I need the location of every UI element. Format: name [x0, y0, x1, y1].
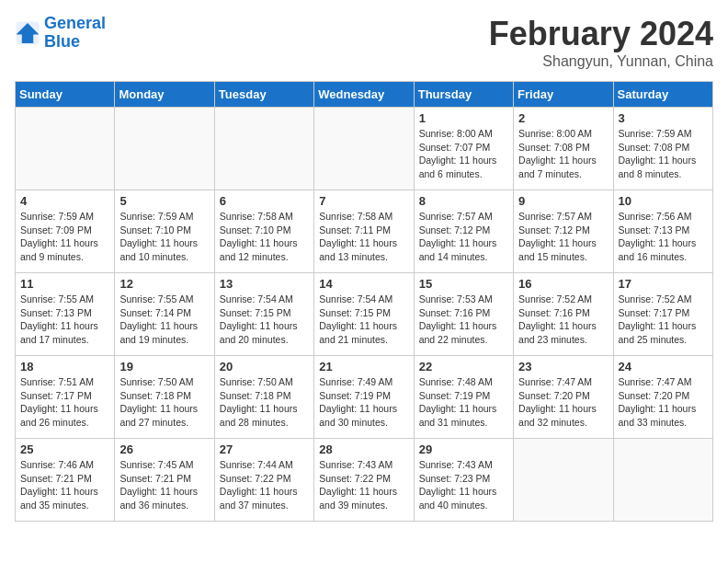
day-info: Sunrise: 7:50 AM Sunset: 7:18 PM Dayligh… [119, 375, 209, 430]
calendar-cell: 14Sunrise: 7:54 AM Sunset: 7:15 PM Dayli… [314, 273, 414, 356]
day-number: 7 [319, 194, 408, 208]
day-info: Sunrise: 7:58 AM Sunset: 7:10 PM Dayligh… [220, 210, 309, 264]
day-number: 22 [419, 360, 508, 373]
day-info: Sunrise: 7:46 AM Sunset: 7:21 PM Dayligh… [20, 458, 109, 512]
day-info: Sunrise: 7:55 AM Sunset: 7:14 PM Dayligh… [119, 293, 209, 347]
calendar-cell: 9Sunrise: 7:57 AM Sunset: 7:12 PM Daylig… [514, 190, 613, 273]
calendar-cell: 28Sunrise: 7:43 AM Sunset: 7:22 PM Dayli… [314, 439, 414, 522]
calendar-cell: 5Sunrise: 7:59 AM Sunset: 7:10 PM Daylig… [115, 190, 214, 273]
day-number: 6 [220, 194, 309, 208]
day-number: 10 [619, 194, 708, 208]
calendar-day-header: Wednesday [314, 82, 414, 108]
day-number: 24 [619, 360, 708, 373]
day-info: Sunrise: 7:58 AM Sunset: 7:11 PM Dayligh… [319, 210, 408, 264]
calendar-cell: 19Sunrise: 7:50 AM Sunset: 7:18 PM Dayli… [115, 356, 214, 439]
day-number: 9 [518, 194, 608, 208]
calendar-cell: 12Sunrise: 7:55 AM Sunset: 7:14 PM Dayli… [115, 273, 214, 356]
day-number: 19 [119, 360, 209, 373]
day-info: Sunrise: 7:50 AM Sunset: 7:18 PM Dayligh… [220, 375, 309, 430]
day-number: 17 [619, 277, 708, 291]
calendar-cell [613, 439, 712, 522]
calendar-cell [214, 108, 313, 190]
location-subtitle: Shangyun, Yunnan, China [489, 53, 713, 70]
calendar-cell: 7Sunrise: 7:58 AM Sunset: 7:11 PM Daylig… [314, 190, 414, 273]
calendar-week-row: 4Sunrise: 7:59 AM Sunset: 7:09 PM Daylig… [16, 190, 713, 273]
calendar-cell: 27Sunrise: 7:44 AM Sunset: 7:22 PM Dayli… [214, 439, 313, 522]
day-number: 21 [319, 360, 408, 373]
calendar-cell: 10Sunrise: 7:56 AM Sunset: 7:13 PM Dayli… [613, 190, 712, 273]
calendar-day-header: Thursday [414, 82, 513, 108]
day-info: Sunrise: 7:49 AM Sunset: 7:19 PM Dayligh… [319, 375, 408, 430]
calendar-day-header: Friday [514, 82, 613, 108]
day-info: Sunrise: 7:53 AM Sunset: 7:16 PM Dayligh… [419, 293, 508, 347]
calendar-cell: 15Sunrise: 7:53 AM Sunset: 7:16 PM Dayli… [414, 273, 513, 356]
calendar-cell [314, 108, 414, 190]
month-year-title: February 2024 [489, 15, 713, 53]
day-number: 12 [119, 277, 209, 291]
calendar-cell: 25Sunrise: 7:46 AM Sunset: 7:21 PM Dayli… [16, 439, 115, 522]
title-section: February 2024 Shangyun, Yunnan, China [489, 15, 713, 70]
day-info: Sunrise: 7:57 AM Sunset: 7:12 PM Dayligh… [419, 210, 508, 264]
day-number: 29 [419, 442, 508, 456]
day-number: 2 [518, 111, 608, 125]
calendar-cell [16, 108, 115, 190]
calendar-cell: 24Sunrise: 7:47 AM Sunset: 7:20 PM Dayli… [613, 356, 712, 439]
day-info: Sunrise: 7:59 AM Sunset: 7:08 PM Dayligh… [619, 127, 708, 181]
day-info: Sunrise: 7:51 AM Sunset: 7:17 PM Dayligh… [20, 375, 109, 430]
day-info: Sunrise: 7:59 AM Sunset: 7:10 PM Dayligh… [119, 210, 209, 264]
calendar-day-header: Sunday [16, 82, 115, 108]
day-info: Sunrise: 7:43 AM Sunset: 7:22 PM Dayligh… [319, 458, 408, 512]
calendar-cell: 4Sunrise: 7:59 AM Sunset: 7:09 PM Daylig… [16, 190, 115, 273]
day-info: Sunrise: 7:55 AM Sunset: 7:13 PM Dayligh… [20, 293, 109, 347]
day-info: Sunrise: 8:00 AM Sunset: 7:07 PM Dayligh… [419, 127, 508, 181]
calendar-cell: 16Sunrise: 7:52 AM Sunset: 7:16 PM Dayli… [514, 273, 613, 356]
day-info: Sunrise: 7:54 AM Sunset: 7:15 PM Dayligh… [319, 293, 408, 347]
day-info: Sunrise: 7:52 AM Sunset: 7:17 PM Dayligh… [619, 293, 708, 347]
calendar-cell: 21Sunrise: 7:49 AM Sunset: 7:19 PM Dayli… [314, 356, 414, 439]
calendar-cell: 29Sunrise: 7:43 AM Sunset: 7:23 PM Dayli… [414, 439, 513, 522]
day-number: 27 [220, 442, 309, 456]
day-number: 18 [20, 360, 109, 373]
day-number: 26 [119, 442, 209, 456]
calendar-cell: 22Sunrise: 7:48 AM Sunset: 7:19 PM Dayli… [414, 356, 513, 439]
calendar-week-row: 1Sunrise: 8:00 AM Sunset: 7:07 PM Daylig… [16, 108, 713, 190]
logo-icon [15, 20, 40, 46]
day-info: Sunrise: 7:57 AM Sunset: 7:12 PM Dayligh… [518, 210, 608, 264]
day-number: 16 [518, 277, 608, 291]
logo-text: General Blue [44, 15, 106, 52]
day-number: 14 [319, 277, 408, 291]
calendar-cell: 20Sunrise: 7:50 AM Sunset: 7:18 PM Dayli… [214, 356, 313, 439]
day-info: Sunrise: 7:43 AM Sunset: 7:23 PM Dayligh… [419, 458, 508, 512]
day-number: 25 [20, 442, 109, 456]
day-info: Sunrise: 7:47 AM Sunset: 7:20 PM Dayligh… [619, 375, 708, 430]
day-info: Sunrise: 7:56 AM Sunset: 7:13 PM Dayligh… [619, 210, 708, 264]
day-number: 13 [220, 277, 309, 291]
calendar-cell: 8Sunrise: 7:57 AM Sunset: 7:12 PM Daylig… [414, 190, 513, 273]
day-number: 5 [119, 194, 209, 208]
day-number: 28 [319, 442, 408, 456]
day-number: 20 [220, 360, 309, 373]
day-number: 23 [518, 360, 608, 373]
calendar-day-header: Saturday [613, 82, 712, 108]
calendar-day-header: Tuesday [214, 82, 313, 108]
logo: General Blue [15, 15, 106, 52]
calendar-cell: 26Sunrise: 7:45 AM Sunset: 7:21 PM Dayli… [115, 439, 214, 522]
day-number: 1 [419, 111, 508, 125]
calendar-week-row: 11Sunrise: 7:55 AM Sunset: 7:13 PM Dayli… [16, 273, 713, 356]
day-info: Sunrise: 7:59 AM Sunset: 7:09 PM Dayligh… [20, 210, 109, 264]
calendar-cell: 18Sunrise: 7:51 AM Sunset: 7:17 PM Dayli… [16, 356, 115, 439]
calendar-day-header: Monday [115, 82, 214, 108]
calendar-cell: 23Sunrise: 7:47 AM Sunset: 7:20 PM Dayli… [514, 356, 613, 439]
calendar-cell [514, 439, 613, 522]
day-number: 4 [20, 194, 109, 208]
calendar-cell: 13Sunrise: 7:54 AM Sunset: 7:15 PM Dayli… [214, 273, 313, 356]
calendar-cell [115, 108, 214, 190]
calendar-table: SundayMondayTuesdayWednesdayThursdayFrid… [15, 81, 713, 522]
day-info: Sunrise: 7:44 AM Sunset: 7:22 PM Dayligh… [220, 458, 309, 512]
day-info: Sunrise: 7:52 AM Sunset: 7:16 PM Dayligh… [518, 293, 608, 347]
calendar-cell: 17Sunrise: 7:52 AM Sunset: 7:17 PM Dayli… [613, 273, 712, 356]
calendar-week-row: 25Sunrise: 7:46 AM Sunset: 7:21 PM Dayli… [16, 439, 713, 522]
calendar-cell: 11Sunrise: 7:55 AM Sunset: 7:13 PM Dayli… [16, 273, 115, 356]
calendar-body: 1Sunrise: 8:00 AM Sunset: 7:07 PM Daylig… [16, 108, 713, 522]
calendar-week-row: 18Sunrise: 7:51 AM Sunset: 7:17 PM Dayli… [16, 356, 713, 439]
